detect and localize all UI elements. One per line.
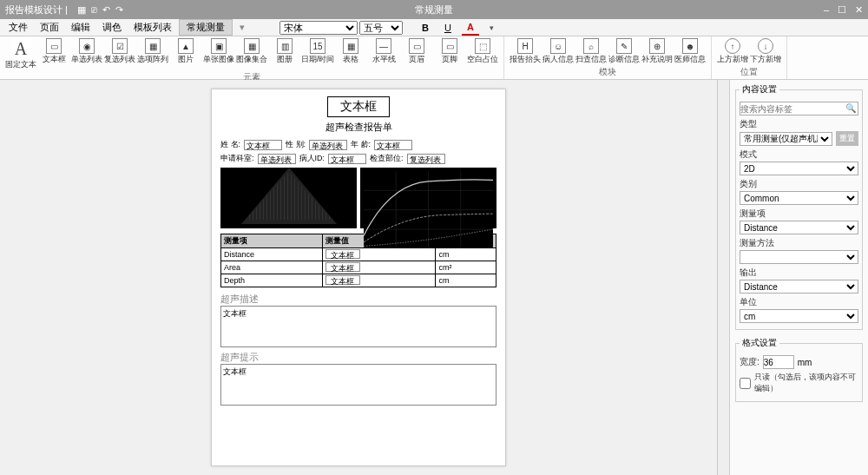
field-dept[interactable]: 单选列表 xyxy=(258,154,296,164)
format-settings-title: 格式设置 xyxy=(740,337,779,349)
align-center-icon[interactable] xyxy=(530,23,541,32)
ultrasound-image[interactable] xyxy=(220,168,357,228)
reset-button[interactable]: 重置 xyxy=(836,131,858,146)
rib-spacer[interactable]: ⬚空白占位 xyxy=(469,38,496,64)
menu-bar: 文件 页面 编辑 调色 模板列表 常规测量 ▾ 宋体 五号 B U A ▾ xyxy=(0,19,868,36)
rib-header[interactable]: ▭页眉 xyxy=(403,38,431,64)
field-name[interactable]: 文本框 xyxy=(244,140,282,150)
hint-box[interactable]: 文本框 xyxy=(220,364,496,406)
rib-picture[interactable]: ▲图片 xyxy=(172,38,200,64)
rib-option-grid[interactable]: ▦选项阵列 xyxy=(139,38,167,64)
rib-scan-info[interactable]: ⌕扫查信息 xyxy=(577,38,605,64)
search-icon[interactable]: 🔍 xyxy=(845,103,856,113)
type-select[interactable]: 常用测量(仅超声机用) xyxy=(740,132,832,146)
width-input[interactable] xyxy=(763,355,794,369)
rib-check-list[interactable]: ☑复选列表 xyxy=(106,38,134,64)
valign-bottom-icon[interactable] xyxy=(591,23,602,32)
ribbon-group-modules: 模块 xyxy=(511,64,704,78)
rib-insert-below[interactable]: ↓下方新增 xyxy=(752,38,779,64)
menu-edit[interactable]: 编辑 xyxy=(66,19,95,36)
rib-doctor-info[interactable]: ☻医师信息 xyxy=(676,38,704,64)
rib-hr[interactable]: —水平线 xyxy=(370,38,398,64)
output-select[interactable]: Distance xyxy=(740,280,858,294)
align-left-icon[interactable] xyxy=(518,23,529,32)
align-right-icon[interactable] xyxy=(542,23,553,32)
menu-color[interactable]: 调色 xyxy=(97,19,127,36)
rib-single-image[interactable]: ▣单张图像 xyxy=(205,38,233,64)
app-title: 报告模板设计 xyxy=(5,3,62,16)
report-page: 文本框 超声检查报告单 姓 名:文本框 性 别:单选列表 年 龄:文本框 申请科… xyxy=(211,89,506,466)
canvas[interactable]: 文本框 超声检查报告单 姓 名:文本框 性 别:单选列表 年 龄:文本框 申请科… xyxy=(0,80,717,475)
method-select[interactable] xyxy=(740,250,858,264)
underline-button[interactable]: U xyxy=(439,21,457,35)
save-icon[interactable]: ▦ xyxy=(77,4,86,16)
search-input[interactable] xyxy=(740,102,858,115)
valign-middle-icon[interactable] xyxy=(579,23,589,32)
doc-title-box[interactable]: 文本框 xyxy=(327,96,390,117)
hint-title: 超声提示 xyxy=(220,351,496,364)
rib-table[interactable]: ▦表格 xyxy=(337,38,365,64)
table-row: Distance文本框cm xyxy=(221,248,496,261)
unit-select[interactable]: cm xyxy=(740,309,858,323)
undo-icon[interactable]: ↶ xyxy=(102,4,110,16)
vertical-scrollbar[interactable] xyxy=(717,80,729,475)
rib-radio-list[interactable]: ◉单选列表 xyxy=(73,38,101,64)
field-age[interactable]: 文本框 xyxy=(374,140,412,150)
rib-image-set[interactable]: ▦图像集合 xyxy=(238,38,266,64)
content-settings-title: 内容设置 xyxy=(740,83,779,96)
font-family-select[interactable]: 宋体 xyxy=(279,21,358,35)
field-sex[interactable]: 单选列表 xyxy=(309,140,347,150)
table-row: Depth文本框cm xyxy=(221,274,496,287)
ribbon: A固定文本 ▭文本框 ◉单选列表 ☑复选列表 ▦选项阵列 ▲图片 ▣单张图像 ▦… xyxy=(0,36,868,80)
category-select[interactable]: Common xyxy=(740,191,858,205)
table-row: Area文本框cm² xyxy=(221,261,496,274)
menu-selected[interactable]: 常规测量 xyxy=(179,19,233,36)
field-part[interactable]: 复选列表 xyxy=(407,154,445,164)
menu-file[interactable]: 文件 xyxy=(3,19,33,36)
valign-top-icon[interactable] xyxy=(567,23,577,32)
redo-icon[interactable]: ↷ xyxy=(115,4,123,16)
doc-title: 常规测量 xyxy=(415,3,453,16)
font-size-select[interactable]: 五号 xyxy=(359,21,403,35)
open-icon[interactable]: ⎚ xyxy=(91,4,97,16)
graph-image[interactable] xyxy=(360,168,496,228)
item-select[interactable]: Distance xyxy=(740,221,858,234)
readonly-checkbox[interactable] xyxy=(740,378,751,389)
bold-button[interactable]: B xyxy=(417,21,434,35)
rib-insert-above[interactable]: ↑上方新增 xyxy=(719,38,746,64)
rib-album[interactable]: ▥图册 xyxy=(271,38,299,64)
font-color-button[interactable]: A xyxy=(462,20,479,36)
desc-title: 超声描述 xyxy=(220,293,496,306)
rib-datetime[interactable]: 15日期/时间 xyxy=(304,38,332,64)
window-close-icon[interactable]: ✕ xyxy=(855,4,863,16)
properties-panel: 内容设置 🔍 类型 常用测量(仅超声机用) 重置 模式2D 类别Common 测… xyxy=(729,80,868,475)
rib-patient-info[interactable]: ☺病人信息 xyxy=(544,38,572,64)
rib-textbox[interactable]: ▭文本框 xyxy=(40,38,68,64)
rib-extra-info[interactable]: ⊕补充说明 xyxy=(643,38,671,64)
window-min-icon[interactable]: – xyxy=(824,4,829,16)
field-pid[interactable]: 文本框 xyxy=(328,154,366,164)
desc-box[interactable]: 文本框 xyxy=(220,306,496,347)
rib-footer[interactable]: ▭页脚 xyxy=(436,38,464,64)
mode-select[interactable]: 2D xyxy=(740,162,858,175)
rib-report-header[interactable]: H报告抬头 xyxy=(511,38,539,64)
menu-page[interactable]: 页面 xyxy=(35,19,64,36)
window-max-icon[interactable]: ☐ xyxy=(838,4,846,16)
title-bar: 报告模板设计 | ▦ ⎚ ↶ ↷ 常规测量 – ☐ ✕ xyxy=(0,0,868,19)
menu-templates[interactable]: 模板列表 xyxy=(128,19,177,36)
rib-fixed-text[interactable]: A固定文本 xyxy=(7,38,35,69)
doc-subtitle: 超声检查报告单 xyxy=(220,121,496,134)
rib-diagnosis-info[interactable]: ✎诊断信息 xyxy=(610,38,638,64)
ribbon-group-position: 位置 xyxy=(719,64,779,78)
